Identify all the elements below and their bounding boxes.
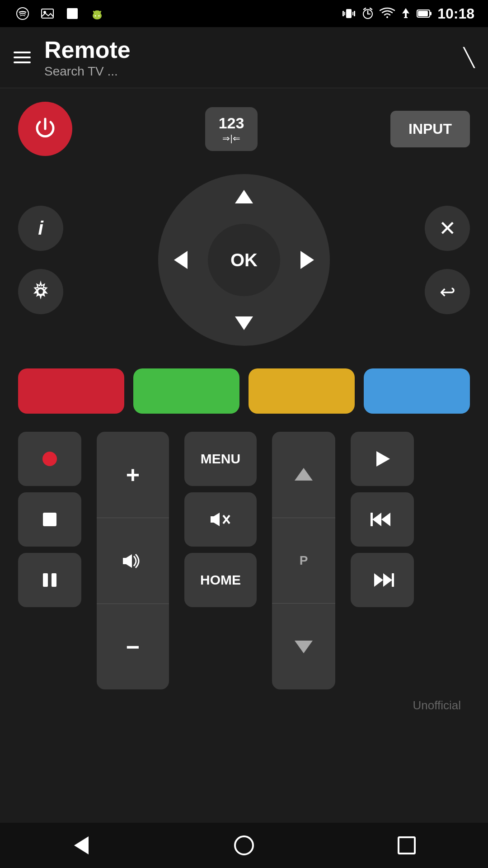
svg-point-5	[95, 15, 96, 17]
pause-button[interactable]	[18, 553, 81, 607]
svg-rect-11	[343, 11, 344, 16]
mute-icon	[207, 508, 234, 531]
svg-marker-27	[174, 251, 188, 269]
svg-marker-28	[300, 251, 314, 269]
volume-down-button[interactable]: −	[97, 604, 169, 689]
channel-down-button[interactable]	[272, 604, 335, 689]
channel-down-icon	[290, 635, 317, 658]
channel-p-label: P	[300, 553, 308, 568]
dpad-right-button[interactable]	[289, 237, 325, 283]
alarm-icon	[361, 7, 374, 20]
svg-marker-35	[214, 513, 220, 526]
battery-icon	[417, 7, 432, 20]
svg-marker-42	[372, 513, 381, 526]
home-nav-icon	[234, 835, 254, 855]
svg-marker-33	[126, 554, 132, 568]
close-button[interactable]: ✕	[425, 206, 470, 251]
status-bar: 10:18	[0, 0, 488, 27]
stop-button[interactable]	[18, 492, 81, 547]
fastforward-button[interactable]	[351, 553, 414, 607]
svg-rect-1	[42, 9, 53, 18]
red-button[interactable]	[18, 368, 124, 414]
svg-marker-25	[235, 190, 253, 203]
dpad-section: i OK	[18, 174, 470, 346]
header-title-area: Remote Search TV ...	[44, 36, 450, 79]
svg-marker-43	[381, 513, 390, 526]
svg-rect-10	[346, 9, 352, 18]
svg-rect-21	[418, 11, 428, 16]
channel-label: P	[272, 518, 335, 604]
transport-column	[18, 432, 90, 607]
time-display: 10:18	[437, 5, 474, 22]
rewind-button[interactable]	[351, 492, 414, 547]
app-title: Remote	[44, 36, 450, 63]
svg-rect-34	[123, 558, 126, 564]
svg-point-29	[42, 452, 57, 466]
svg-point-24	[38, 288, 44, 295]
more-options-icon[interactable]: ╲	[464, 47, 474, 68]
svg-rect-3	[67, 8, 78, 19]
back-button[interactable]: ↩	[425, 269, 470, 314]
dpad-up-button[interactable]	[221, 179, 267, 215]
home-button[interactable]: HOME	[184, 553, 257, 607]
svg-rect-32	[52, 573, 56, 587]
svg-rect-31	[43, 573, 48, 587]
bottom-controls: + − MENU	[18, 432, 470, 689]
blue-button[interactable]	[364, 368, 470, 414]
svg-point-6	[99, 15, 100, 17]
info-button[interactable]: i	[18, 206, 63, 251]
volume-up-button[interactable]: +	[97, 432, 169, 518]
recents-nav-button[interactable]	[384, 832, 429, 859]
record-icon	[38, 448, 61, 470]
svg-marker-26	[235, 316, 253, 330]
channel-up-icon	[290, 463, 317, 486]
playback-column	[351, 432, 423, 607]
numpad-sub: ⇒|⇐	[222, 133, 240, 144]
status-left-icons	[14, 5, 106, 23]
menu-button[interactable]	[14, 52, 31, 63]
pause-icon	[38, 569, 61, 591]
svg-marker-39	[295, 468, 313, 481]
record-button[interactable]	[18, 432, 81, 486]
dpad-left-button[interactable]	[163, 237, 199, 283]
numpad-button[interactable]: 123 ⇒|⇐	[205, 107, 258, 151]
dpad: OK	[158, 174, 330, 346]
left-side-buttons: i	[18, 206, 63, 314]
remote-body: 123 ⇒|⇐ INPUT i	[0, 88, 488, 834]
unofficial-label: Unofficial	[18, 689, 470, 717]
menu-button-main[interactable]: MENU	[184, 432, 257, 486]
back-icon: ↩	[440, 281, 455, 303]
right-side-buttons: ✕ ↩	[425, 206, 470, 314]
menu-column: MENU HOME	[184, 432, 266, 607]
play-button[interactable]	[351, 432, 414, 486]
yellow-button[interactable]	[249, 368, 355, 414]
back-nav-button[interactable]	[59, 832, 104, 859]
svg-rect-36	[211, 516, 214, 523]
image-icon	[38, 5, 56, 23]
power-button[interactable]	[18, 102, 72, 156]
volume-icon-button[interactable]	[97, 518, 169, 604]
home-nav-button[interactable]	[221, 832, 267, 859]
volume-minus-icon: −	[126, 633, 140, 660]
volume-speaker-icon	[119, 550, 146, 572]
settings-button[interactable]	[18, 269, 63, 314]
color-buttons-row	[18, 368, 470, 414]
play-icon	[371, 448, 394, 470]
channel-up-button[interactable]	[272, 432, 335, 518]
info-icon: i	[38, 217, 43, 239]
channel-column: P	[272, 432, 344, 689]
svg-point-9	[94, 10, 101, 15]
numpad-label: 123	[219, 114, 244, 132]
fastforward-icon	[369, 569, 396, 591]
mute-button[interactable]	[184, 492, 257, 547]
svg-rect-47	[392, 573, 394, 587]
ok-button[interactable]: OK	[208, 224, 280, 296]
back-nav-icon	[74, 836, 89, 854]
green-button[interactable]	[133, 368, 239, 414]
search-subtitle[interactable]: Search TV ...	[44, 64, 450, 79]
input-button[interactable]: INPUT	[390, 111, 470, 147]
dpad-down-button[interactable]	[221, 305, 267, 341]
nav-bar	[0, 823, 488, 868]
volume-column: + −	[97, 432, 178, 689]
svg-rect-13	[344, 12, 345, 15]
